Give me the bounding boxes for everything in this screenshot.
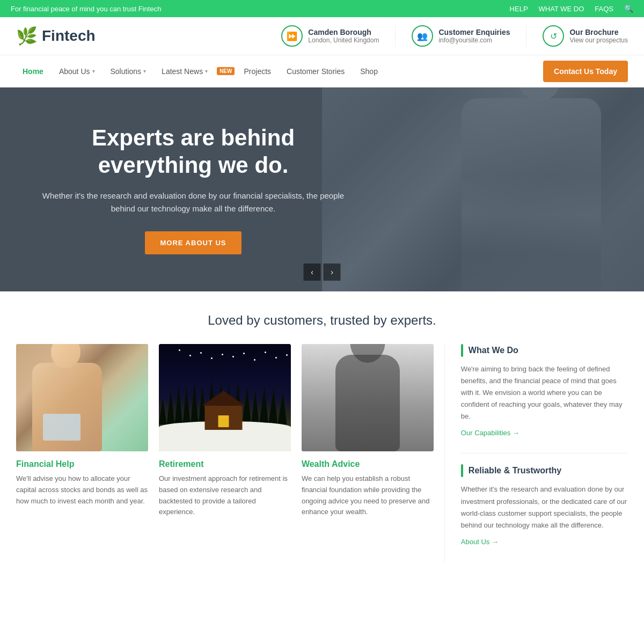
nav-projects[interactable]: Projects [237, 63, 277, 80]
cabin-light [218, 415, 229, 427]
scene-bg [16, 344, 148, 451]
location-info: ⏩ Camden Borough London, United Kingdom [281, 25, 379, 47]
card-financial-help: Financial Help We'll advise you how to a… [16, 344, 148, 562]
help-link[interactable]: HELP [510, 5, 528, 13]
hero-next-button[interactable]: › [324, 264, 341, 281]
about-us-arrow: ▾ [92, 68, 95, 74]
card-text-wealth: We can help you establish a robust finan… [302, 473, 434, 518]
logo-text: Fintech [42, 27, 96, 45]
hero-section: Experts are behind everything we do. Whe… [0, 87, 644, 291]
cards-section: Financial Help We'll advise you how to a… [0, 344, 644, 583]
woman-body [335, 355, 400, 451]
card-image-retirement [159, 344, 291, 451]
nav-solutions[interactable]: Solutions ▾ [104, 63, 153, 80]
logo[interactable]: 🌿 Fintech [16, 26, 96, 46]
capabilities-link[interactable]: Our Capabilities → [461, 429, 628, 437]
side-section-what-we-do: What We Do We're aiming to bring back th… [461, 344, 628, 437]
side-accent-1 [461, 344, 463, 357]
section-tagline: Loved by customers, trusted by experts. [0, 291, 644, 344]
enquiries-title: Customer Enquiries [438, 28, 510, 36]
woman-bw-scene [302, 344, 434, 451]
main-nav: Home About Us ▾ Solutions ▾ Latest News … [0, 55, 644, 87]
header-divider-2 [526, 25, 526, 47]
location-text: Camden Borough London, United Kingdom [308, 28, 379, 44]
nav-links: Home About Us ▾ Solutions ▾ Latest News … [16, 63, 543, 80]
nav-latest-news[interactable]: Latest News ▾ [155, 63, 214, 80]
nav-shop[interactable]: Shop [354, 63, 384, 80]
cabin-roof [202, 391, 245, 406]
location-icon: ⏩ [281, 25, 303, 47]
brochure-icon: ↺ [543, 25, 564, 47]
tagline-text: Loved by customers, trusted by experts. [208, 313, 436, 327]
faqs-link[interactable]: FAQS [595, 5, 613, 13]
hero-content: Experts are behind everything we do. Whe… [0, 103, 386, 276]
about-us-link[interactable]: About Us → [461, 538, 628, 546]
side-text-1: We're aiming to bring back the feeling o… [461, 363, 628, 422]
brochure-subtitle: View our prospectus [569, 36, 628, 44]
card-title-retirement: Retirement [159, 459, 291, 469]
contact-button[interactable]: Contact Us Today [543, 61, 628, 82]
enquiries-info: 👥 Customer Enquiries info@yoursite.com [412, 25, 510, 47]
brochure-info: ↺ Our Brochure View our prospectus [543, 25, 628, 47]
hero-navigation: ‹ › [304, 264, 341, 281]
location-subtitle: London, United Kingdom [308, 36, 379, 44]
top-bar-message: For financial peace of mind you can trus… [11, 5, 161, 13]
top-bar-right: HELP WHAT WE DO FAQS 🔍 [510, 4, 633, 13]
card-title-wealth: Wealth Advice [302, 459, 434, 469]
logo-icon: 🌿 [16, 26, 38, 46]
side-title-2: Reliable & Trustworthy [469, 466, 561, 475]
card-text-financial: We'll advise you how to allocate your ca… [16, 473, 148, 507]
woman-bg [302, 344, 434, 451]
header-info: ⏩ Camden Borough London, United Kingdom … [281, 25, 628, 47]
latest-news-arrow: ▾ [205, 68, 208, 74]
location-title: Camden Borough [308, 28, 379, 36]
card-title-financial: Financial Help [16, 459, 148, 469]
hero-title: Experts are behind everything we do. [32, 125, 354, 179]
winter-scene [159, 344, 291, 451]
card-retirement: Retirement Our investment approach for r… [159, 344, 291, 562]
stars [179, 349, 180, 351]
cards-left: Financial Help We'll advise you how to a… [16, 344, 434, 562]
side-text-2: Whether it's the research and evaluation… [461, 484, 628, 531]
side-section-header-1: What We Do [461, 344, 628, 357]
enquiries-subtitle: info@yoursite.com [438, 36, 510, 44]
cabin-shape [204, 391, 245, 430]
side-section-reliable: Reliable & Trustworthy Whether it's the … [461, 464, 628, 545]
enquiries-text: Customer Enquiries info@yoursite.com [438, 28, 510, 44]
card-text-retirement: Our investment approach for retirement i… [159, 473, 291, 518]
brochure-text: Our Brochure View our prospectus [569, 28, 628, 44]
brochure-title: Our Brochure [569, 28, 628, 36]
hero-subtitle: Whether it's the research and evaluation… [32, 189, 354, 215]
hero-cta-button[interactable]: MORE ABOUT US [145, 231, 241, 254]
side-accent-2 [461, 464, 463, 477]
nav-about-us[interactable]: About Us ▾ [53, 63, 101, 80]
side-panel: What We Do We're aiming to bring back th… [444, 344, 628, 562]
search-icon[interactable]: 🔍 [624, 4, 633, 13]
solutions-arrow: ▾ [143, 68, 146, 74]
side-section-header-2: Reliable & Trustworthy [461, 464, 628, 477]
top-bar: For financial peace of mind you can trus… [0, 0, 644, 17]
card-wealth: Wealth Advice We can help you establish … [302, 344, 434, 562]
nav-customer-stories[interactable]: Customer Stories [280, 63, 351, 80]
enquiries-icon: 👥 [412, 25, 433, 47]
card-image-financial [16, 344, 148, 451]
nav-home[interactable]: Home [16, 63, 50, 80]
side-divider [461, 453, 628, 453]
side-title-1: What We Do [469, 346, 518, 355]
person-tablet-scene [16, 344, 148, 451]
card-image-wealth [302, 344, 434, 451]
hero-prev-button[interactable]: ‹ [304, 264, 321, 281]
header-divider-1 [395, 25, 396, 47]
header: 🌿 Fintech ⏩ Camden Borough London, Unite… [0, 17, 644, 55]
tablet-shape [43, 414, 80, 441]
new-badge: NEW [217, 67, 235, 75]
what-we-do-link[interactable]: WHAT WE DO [539, 5, 584, 13]
